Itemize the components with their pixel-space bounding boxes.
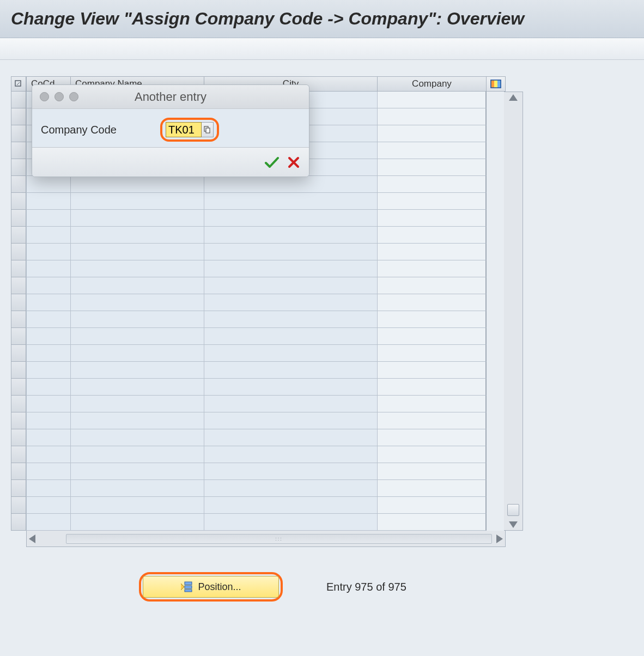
- cell-cocd[interactable]: [26, 480, 71, 497]
- cell-cocd[interactable]: [26, 379, 71, 396]
- value-help-button[interactable]: [202, 122, 214, 137]
- cell-company[interactable]: [378, 480, 487, 497]
- window-close-dot[interactable]: [40, 92, 49, 101]
- cell-company[interactable]: [378, 412, 487, 429]
- cell-company[interactable]: [378, 429, 487, 446]
- cell-company[interactable]: [378, 193, 487, 210]
- cell-city[interactable]: [204, 210, 378, 227]
- cell-company[interactable]: [378, 244, 487, 260]
- cell-company[interactable]: [378, 311, 487, 328]
- row-selector[interactable]: [11, 514, 26, 531]
- row-selector[interactable]: [11, 210, 26, 227]
- company-code-input[interactable]: [166, 122, 202, 137]
- row-selector[interactable]: [11, 362, 26, 379]
- cell-cocd[interactable]: [26, 227, 71, 244]
- cell-company-name[interactable]: [71, 260, 204, 277]
- cell-company[interactable]: [378, 379, 487, 396]
- cell-cocd[interactable]: [26, 412, 71, 429]
- scroll-right-icon[interactable]: [496, 534, 503, 543]
- hscroll-track[interactable]: :::: [66, 534, 492, 544]
- cell-company-name[interactable]: [71, 328, 204, 345]
- cell-company-name[interactable]: [71, 227, 204, 244]
- cell-company-name[interactable]: [71, 362, 204, 379]
- cell-company[interactable]: [378, 260, 487, 277]
- row-selector[interactable]: [11, 446, 26, 463]
- cell-company[interactable]: [378, 142, 487, 159]
- cell-city[interactable]: [204, 497, 378, 514]
- cell-city[interactable]: [204, 193, 378, 210]
- cell-city[interactable]: [204, 345, 378, 362]
- row-selector[interactable]: [11, 260, 26, 277]
- cell-city[interactable]: [204, 328, 378, 345]
- cell-company[interactable]: [378, 463, 487, 480]
- cell-cocd[interactable]: [26, 362, 71, 379]
- row-selector[interactable]: [11, 193, 26, 210]
- cell-company-name[interactable]: [71, 463, 204, 480]
- column-header-company[interactable]: Company: [378, 76, 487, 92]
- cell-cocd[interactable]: [26, 176, 71, 193]
- cell-company-name[interactable]: [71, 193, 204, 210]
- cell-cocd[interactable]: [26, 311, 71, 328]
- cell-company[interactable]: [378, 362, 487, 379]
- vertical-scrollbar[interactable]: [504, 92, 523, 531]
- row-selector[interactable]: [11, 328, 26, 345]
- table-configure-button[interactable]: [487, 76, 506, 92]
- window-minimize-dot[interactable]: [54, 92, 64, 101]
- cell-company[interactable]: [378, 345, 487, 362]
- position-button[interactable]: Position...: [143, 576, 279, 598]
- cell-city[interactable]: [204, 463, 378, 480]
- cancel-button[interactable]: [287, 156, 300, 169]
- cell-cocd[interactable]: [26, 345, 71, 362]
- cell-company[interactable]: [378, 396, 487, 412]
- cell-company-name[interactable]: [71, 345, 204, 362]
- cell-company-name[interactable]: [71, 446, 204, 463]
- dialog-titlebar[interactable]: Another entry: [32, 85, 309, 109]
- cell-cocd[interactable]: [26, 463, 71, 480]
- cell-company[interactable]: [378, 108, 487, 125]
- cell-city[interactable]: [204, 480, 378, 497]
- cell-city[interactable]: [204, 379, 378, 396]
- row-selector[interactable]: [11, 345, 26, 362]
- cell-company[interactable]: [378, 92, 487, 108]
- cell-company[interactable]: [378, 210, 487, 227]
- row-selector[interactable]: [11, 294, 26, 311]
- row-selector[interactable]: [11, 108, 26, 125]
- cell-cocd[interactable]: [26, 497, 71, 514]
- scroll-left-icon[interactable]: [29, 534, 35, 543]
- cell-city[interactable]: [204, 277, 378, 294]
- cell-company-name[interactable]: [71, 210, 204, 227]
- cell-city[interactable]: [204, 412, 378, 429]
- cell-company-name[interactable]: [71, 294, 204, 311]
- cell-company[interactable]: [378, 446, 487, 463]
- row-selector[interactable]: [11, 92, 26, 108]
- row-selector[interactable]: [11, 379, 26, 396]
- cell-cocd[interactable]: [26, 294, 71, 311]
- row-selector[interactable]: [11, 176, 26, 193]
- cell-city[interactable]: [204, 429, 378, 446]
- cell-cocd[interactable]: [26, 244, 71, 260]
- cell-city[interactable]: [204, 176, 378, 193]
- row-selector[interactable]: [11, 159, 26, 176]
- cell-company-name[interactable]: [71, 277, 204, 294]
- cell-city[interactable]: [204, 362, 378, 379]
- row-selector[interactable]: [11, 463, 26, 480]
- cell-company-name[interactable]: [71, 497, 204, 514]
- cell-city[interactable]: [204, 311, 378, 328]
- cell-cocd[interactable]: [26, 446, 71, 463]
- cell-company-name[interactable]: [71, 412, 204, 429]
- scroll-thumb[interactable]: [507, 504, 519, 516]
- cell-company-name[interactable]: [71, 311, 204, 328]
- row-selector[interactable]: [11, 244, 26, 260]
- cell-cocd[interactable]: [26, 514, 71, 531]
- cell-company-name[interactable]: [71, 176, 204, 193]
- row-selector[interactable]: [11, 412, 26, 429]
- cell-company-name[interactable]: [71, 396, 204, 412]
- cell-city[interactable]: [204, 514, 378, 531]
- cell-cocd[interactable]: [26, 396, 71, 412]
- row-selector[interactable]: [11, 396, 26, 412]
- cell-cocd[interactable]: [26, 210, 71, 227]
- row-selector[interactable]: [11, 311, 26, 328]
- cell-company[interactable]: [378, 176, 487, 193]
- cell-city[interactable]: [204, 294, 378, 311]
- row-selector[interactable]: [11, 497, 26, 514]
